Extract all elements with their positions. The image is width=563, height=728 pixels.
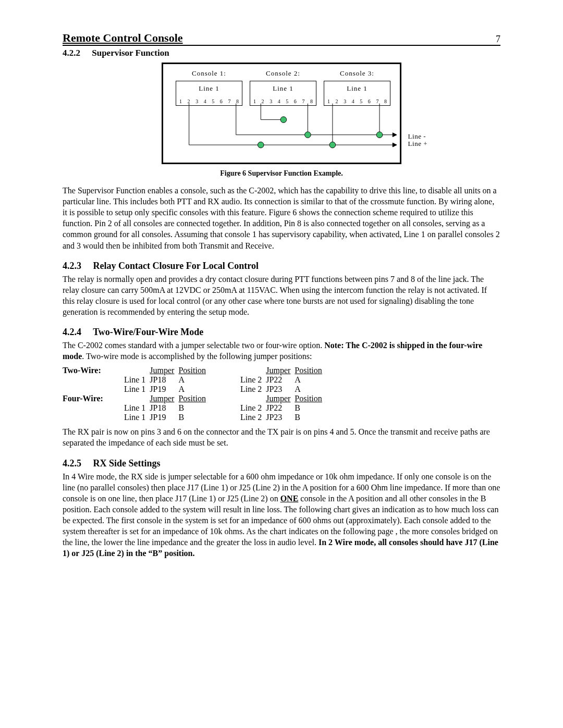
svg-point-13	[258, 142, 264, 148]
jumper-header: Jumper	[150, 394, 178, 403]
para-422: The Supervisor Function enables a consol…	[63, 185, 500, 251]
jumper-header: Jumper	[150, 366, 178, 375]
svg-marker-10	[393, 133, 397, 137]
section-title: Supervisor Function	[92, 48, 169, 58]
position-header: Position	[295, 394, 326, 403]
external-line-labels: Line - Line +	[408, 133, 427, 148]
console-3-pins: 1 2 3 4 5 6 7 8	[324, 98, 390, 104]
console-1-title: Console 1:	[176, 69, 242, 78]
supervisor-diagram: Console 1: Line 1 1 2 3 4 5 6 7 8 Consol…	[162, 63, 401, 164]
figure-6-caption: Figure 6 Supervisor Function Example.	[63, 169, 500, 178]
console-1-block: Console 1: Line 1 1 2 3 4 5 6 7 8	[176, 69, 242, 106]
console-1-linebox: Line 1 1 2 3 4 5 6 7 8	[176, 81, 242, 106]
line-plus-label: Line +	[408, 140, 427, 147]
section-422-heading: 4.2.2 Supervisor Function	[63, 48, 500, 58]
console-2-title: Console 2:	[250, 69, 316, 78]
console-1-line: Line 1	[176, 81, 242, 93]
console-3-title: Console 3:	[324, 69, 390, 78]
page-number: 7	[496, 34, 500, 45]
section-number: 4.2.5	[63, 458, 81, 468]
svg-point-14	[305, 132, 311, 138]
svg-point-15	[329, 142, 336, 148]
page-header: Remote Control Console 7	[63, 31, 500, 46]
jumper-header: Jumper	[266, 366, 295, 375]
console-3-line: Line 1	[324, 81, 390, 93]
section-title: Two-Wire/Four-Wire Mode	[93, 327, 203, 337]
svg-point-16	[376, 132, 383, 138]
section-title: RX Side Settings	[93, 458, 161, 468]
section-425-heading: 4.2.5 RX Side Settings	[63, 458, 500, 469]
section-title: Relay Contact Closure For Local Control	[93, 261, 259, 271]
four-wire-label: Four-Wire:	[63, 394, 124, 403]
para-424-trail: The RX pair is now on pins 3 and 6 on th…	[63, 426, 500, 448]
section-number: 4.2.3	[63, 261, 81, 271]
jumper-header: Jumper	[266, 394, 295, 403]
two-wire-label: Two-Wire:	[63, 366, 124, 375]
console-3-linebox: Line 1 1 2 3 4 5 6 7 8	[324, 81, 390, 106]
para-425: In 4 Wire mode, the RX side is jumper se…	[63, 471, 500, 559]
jumper-settings-table: Two-Wire: Jumper Position Jumper Positio…	[63, 366, 500, 422]
svg-marker-11	[393, 143, 397, 147]
para-424-lead: The C-2002 comes standard with a jumper …	[63, 340, 500, 362]
console-1-pins: 1 2 3 4 5 6 7 8	[176, 98, 242, 104]
svg-point-12	[280, 117, 287, 123]
section-number: 4.2.2	[63, 48, 80, 58]
position-header: Position	[178, 394, 210, 403]
position-header: Position	[295, 366, 326, 375]
section-423-heading: 4.2.3 Relay Contact Closure For Local Co…	[63, 261, 500, 272]
console-2-pins: 1 2 3 4 5 6 7 8	[250, 98, 316, 104]
console-2-linebox: Line 1 1 2 3 4 5 6 7 8	[250, 81, 316, 106]
header-title: Remote Control Console	[63, 31, 183, 45]
console-2-line: Line 1	[250, 81, 316, 93]
console-3-block: Console 3: Line 1 1 2 3 4 5 6 7 8	[324, 69, 390, 106]
section-424-heading: 4.2.4 Two-Wire/Four-Wire Mode	[63, 327, 500, 338]
one-emphasis: ONE	[280, 494, 299, 503]
section-number: 4.2.4	[63, 327, 81, 337]
line-minus-label: Line -	[408, 133, 427, 140]
para-423: The relay is normally open and provides …	[63, 274, 500, 317]
position-header: Position	[178, 366, 210, 375]
console-2-block: Console 2: Line 1 1 2 3 4 5 6 7 8	[250, 69, 316, 106]
